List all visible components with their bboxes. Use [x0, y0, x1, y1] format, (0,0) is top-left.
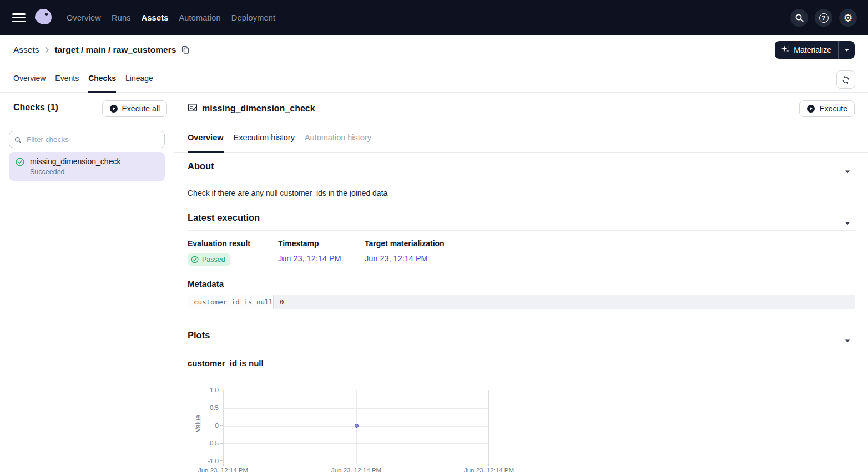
y-tick-label: -1.0: [196, 457, 219, 465]
x-tick-mark: [488, 464, 489, 466]
help-icon[interactable]: ?: [815, 9, 832, 27]
y-tick-label: 1.0: [196, 386, 219, 394]
check-detail-header: missing_dimension_check Execute: [174, 93, 868, 123]
top-nav: Overview Runs Assets Automation Deployme…: [0, 0, 868, 35]
latest-execution-section-title: Latest execution: [188, 212, 260, 223]
menu-icon[interactable]: [12, 12, 26, 24]
materialize-label: Materialize: [794, 45, 831, 54]
top-nav-actions: ? ⚙: [790, 9, 857, 27]
plots-section-title: Plots: [188, 330, 210, 341]
column-evaluation-result: Evaluation result: [188, 239, 250, 248]
nav-runs[interactable]: Runs: [112, 13, 131, 22]
caret-down-icon: [845, 49, 849, 52]
metadata-table: customer_id is null 0: [188, 295, 855, 309]
metadata-value: 0: [274, 295, 855, 309]
collapse-caret-icon[interactable]: [845, 217, 851, 227]
filter-checks-input[interactable]: [9, 131, 165, 148]
y-tick-label: 0.5: [196, 404, 219, 412]
x-tick-label: Jun 23, 12:14 PM: [326, 467, 387, 472]
execute-button[interactable]: Execute: [799, 100, 855, 117]
refresh-button[interactable]: [836, 70, 855, 89]
check-circle-icon: [16, 158, 24, 176]
asset-tabs: Overview Events Checks Lineage: [0, 64, 868, 93]
nav-deployment[interactable]: Deployment: [231, 13, 275, 22]
nav-assets[interactable]: Assets: [142, 13, 169, 22]
nav-overview[interactable]: Overview: [67, 13, 101, 22]
tab-execution-history[interactable]: Execution history: [234, 123, 295, 152]
nav-automation[interactable]: Automation: [179, 13, 220, 22]
tab-check-overview[interactable]: Overview: [188, 123, 224, 152]
search-icon[interactable]: [790, 9, 808, 27]
execute-all-button[interactable]: Execute all: [102, 100, 167, 117]
chart-title: customer_id is null: [188, 358, 264, 368]
play-icon: [806, 104, 815, 113]
sparkle-icon: [781, 45, 790, 55]
check-list-item[interactable]: missing_dimension_check Succeeded: [9, 152, 165, 181]
chart-data-point[interactable]: [355, 424, 359, 428]
breadcrumb-row: Assets target / main / raw_customers M: [0, 35, 868, 64]
metadata-key: customer_id is null: [188, 295, 274, 309]
filter-checks-field: [9, 131, 165, 148]
tab-lineage[interactable]: Lineage: [125, 64, 153, 92]
metadata-title: Metadata: [188, 279, 224, 288]
tab-overview[interactable]: Overview: [13, 64, 46, 92]
section-divider: [188, 344, 855, 344]
tab-checks[interactable]: Checks: [88, 64, 116, 92]
materialize-dropdown-button[interactable]: [838, 41, 855, 59]
check-title: missing_dimension_check: [202, 104, 315, 114]
dagster-logo[interactable]: [33, 8, 53, 28]
about-section-title: About: [188, 161, 214, 171]
breadcrumb-assets-link[interactable]: Assets: [13, 45, 39, 55]
x-tick-mark: [356, 464, 356, 466]
check-detail-panel: missing_dimension_check Execute Overview…: [174, 93, 868, 472]
x-tick-label: Jun 23, 12:14 PM: [458, 467, 519, 472]
chevron-right-icon: [45, 47, 49, 53]
section-divider: [188, 182, 855, 182]
chart-plot-area: [223, 390, 489, 464]
check-item-name: missing_dimension_check: [30, 157, 120, 166]
check-description: Check if there are any null customer_ids…: [188, 189, 387, 197]
tab-events[interactable]: Events: [55, 64, 79, 92]
checks-sidebar-header: Checks (1) Execute all: [0, 93, 174, 123]
timestamp-link[interactable]: Jun 23, 12:14 PM: [278, 254, 341, 263]
search-icon: [14, 136, 22, 146]
target-materialization-link[interactable]: Jun 23, 12:14 PM: [365, 254, 428, 263]
checks-count-title: Checks (1): [13, 103, 58, 113]
copy-icon[interactable]: [181, 45, 190, 54]
y-tick-label: -0.5: [196, 439, 219, 447]
x-tick-label: Jun 23, 12:14 PM: [193, 467, 254, 472]
materialize-button-group: Materialize: [775, 41, 855, 59]
dagster-asset-check-page: Overview Runs Assets Automation Deployme…: [0, 0, 868, 472]
check-item-status: Succeeded: [30, 168, 120, 176]
breadcrumb-asset-path: target / main / raw_customers: [55, 45, 176, 55]
tab-automation-history[interactable]: Automation history: [305, 123, 371, 152]
section-divider: [188, 230, 855, 231]
column-timestamp: Timestamp: [278, 239, 319, 248]
primary-nav: Overview Runs Assets Automation Deployme…: [67, 0, 275, 35]
play-icon: [109, 104, 118, 113]
check-detail-tabs: Overview Execution history Automation hi…: [174, 123, 868, 153]
gear-icon[interactable]: ⚙: [839, 9, 857, 27]
asset-check-icon: [188, 103, 198, 115]
refresh-icon: [841, 75, 850, 84]
y-tick-label: 0: [196, 422, 219, 429]
collapse-caret-icon[interactable]: [845, 166, 851, 176]
check-circle-icon: [191, 256, 199, 263]
x-tick-mark: [223, 464, 224, 466]
checks-sidebar: Checks (1) Execute all: [0, 93, 174, 472]
materialize-button[interactable]: Materialize: [775, 41, 838, 59]
status-badge: Passed: [188, 253, 230, 266]
column-target-materialization: Target materialization: [365, 239, 445, 248]
